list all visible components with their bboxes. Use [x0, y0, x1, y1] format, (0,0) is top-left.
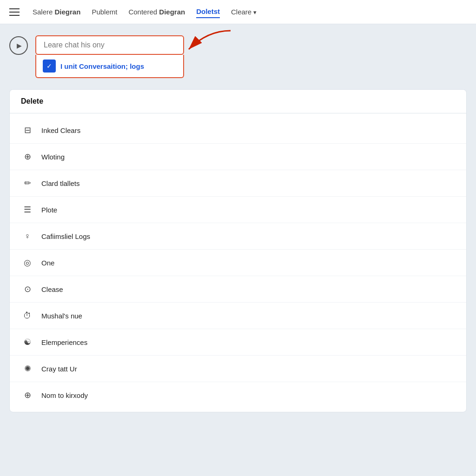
dropdown-option[interactable]: ✓ I unit Conversaition; logs — [35, 55, 184, 78]
item-icon-cafiimsliel-logs: ♀ — [21, 230, 34, 243]
nav-item-doletst[interactable]: Doletst — [196, 6, 220, 18]
item-label-cray-tatt-ur: Cray tatt Ur — [41, 365, 77, 373]
nav-item-label: Publemt — [92, 8, 117, 16]
arrow-annotation — [179, 26, 235, 65]
item-icon-clard-tlallets: ✏ — [21, 177, 34, 190]
item-icon-elemperiences: ☯ — [21, 336, 34, 349]
dropdown-option-label: I unit Conversaition; logs — [60, 62, 144, 70]
search-input[interactable] — [35, 35, 184, 55]
chevron-down-icon — [253, 8, 257, 16]
list-item-plote[interactable]: ☰ Plote — [10, 197, 466, 223]
nav-item-label: Cleare — [231, 8, 251, 16]
list-item-wloting[interactable]: ⊕ Wloting — [10, 144, 466, 170]
nav-item-salere-diegran[interactable]: Salere Diegran — [33, 6, 80, 18]
item-icon-clease: ⊙ — [21, 283, 34, 296]
nav-item-bold: Diegran — [55, 8, 81, 16]
list-item-cray-tatt-ur[interactable]: ✺ Cray tatt Ur — [10, 356, 466, 382]
nav-item-label: Salere — [33, 8, 55, 16]
item-label-nom-to-kirxody: Nom to kirxody — [41, 391, 88, 399]
hamburger-menu-button[interactable] — [7, 7, 21, 18]
checkbox-icon: ✓ — [43, 60, 56, 73]
delete-panel-header: Delete — [10, 90, 466, 113]
nav-item-label: Doletst — [196, 7, 220, 15]
delete-list: ⊟ Inked Clears ⊕ Wloting ✏ Clard tlallet… — [10, 113, 466, 412]
nav-item-label: Contered — [128, 8, 159, 16]
nav-item-bold: Diegran — [159, 8, 185, 16]
nav-item-contered-diegran[interactable]: Contered Diegran — [128, 6, 185, 18]
item-icon-plote: ☰ — [21, 203, 34, 216]
main-area: ✓ I unit Conversaition; logs Delete — [0, 24, 476, 423]
nav-item-cleare[interactable]: Cleare — [231, 8, 257, 16]
item-icon-one: ◎ — [21, 256, 34, 269]
list-item-elemperiences[interactable]: ☯ Elemperiences — [10, 329, 466, 356]
item-label-one: One — [41, 259, 54, 267]
item-label-clard-tlallets: Clard tlallets — [41, 179, 80, 187]
item-icon-wloting: ⊕ — [21, 150, 34, 163]
search-dropdown-wrapper: ✓ I unit Conversaition; logs — [35, 35, 184, 78]
list-item-clease[interactable]: ⊙ Clease — [10, 276, 466, 303]
list-item-nom-to-kirxody[interactable]: ⊕ Nom to kirxody — [10, 382, 466, 408]
delete-panel: Delete ⊟ Inked Clears ⊕ Wloting ✏ Clard … — [9, 89, 467, 412]
item-label-plote: Plote — [41, 206, 57, 214]
list-item-cafiimsliel-logs[interactable]: ♀ Cafiimsliel Logs — [10, 223, 466, 250]
delete-panel-title: Delete — [21, 97, 43, 105]
item-icon-inked-clears: ⊟ — [21, 124, 34, 137]
item-icon-nom-to-kirxody: ⊕ — [21, 389, 34, 402]
list-item-clard-tlallets[interactable]: ✏ Clard tlallets — [10, 170, 466, 197]
item-label-cafiimsliel-logs: Cafiimsliel Logs — [41, 232, 90, 240]
play-button[interactable] — [9, 36, 28, 55]
item-icon-mushals-nue: ⏱ — [21, 309, 34, 322]
list-item-inked-clears[interactable]: ⊟ Inked Clears — [10, 117, 466, 144]
item-label-inked-clears: Inked Clears — [41, 126, 80, 134]
item-label-wloting: Wloting — [41, 153, 65, 161]
top-navigation: Salere DiegranPublemtContered DiegranDol… — [0, 0, 476, 24]
item-label-elemperiences: Elemperiences — [41, 338, 87, 346]
item-label-mushals-nue: Mushal's nue — [41, 312, 82, 320]
list-item-one[interactable]: ◎ One — [10, 250, 466, 276]
search-row: ✓ I unit Conversaition; logs — [9, 35, 467, 78]
item-label-clease: Clease — [41, 285, 63, 293]
list-item-mushals-nue[interactable]: ⏱ Mushal's nue — [10, 303, 466, 329]
item-icon-cray-tatt-ur: ✺ — [21, 362, 34, 375]
nav-item-publemt[interactable]: Publemt — [92, 6, 117, 18]
